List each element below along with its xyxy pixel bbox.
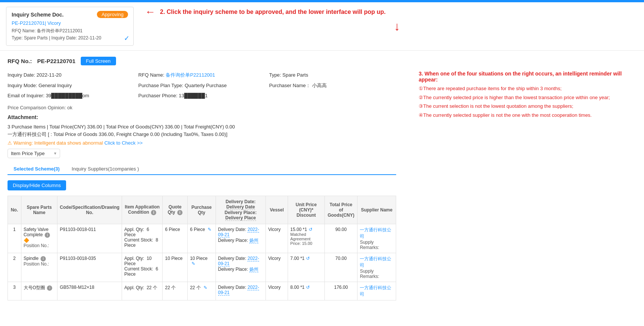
name-info-icon-3: i [47, 285, 52, 291]
arrow-down-icon: ↓ [394, 20, 400, 32]
note-title: 3. When one of the four situations on th… [419, 71, 636, 83]
rfq-no-value: PE-P22120701 [37, 58, 75, 64]
table-row: 2 Spindle i Position No.: P91103-0018-03… [8, 253, 396, 282]
tab-inquiry-suppliers[interactable]: Inquiry Suppliers(1companies ) [66, 163, 145, 174]
rfq-name-field: RFQ Name: 备件询价单P22112001 [138, 71, 265, 79]
refresh-icon-2[interactable]: ↺ [306, 256, 310, 261]
cell-code-3: GB5788-M12×18 [57, 282, 122, 300]
cell-vessel-1: Vicory [266, 224, 288, 253]
refresh-icon-3[interactable]: ↺ [306, 285, 310, 290]
appl-info-icon: i [151, 210, 156, 215]
cell-no-2: 2 [8, 253, 21, 282]
cell-vessel-3: Vicory [266, 282, 288, 300]
cell-unit-2: 7.00 *1 ↺ [288, 253, 325, 282]
approving-badge: Approving [97, 11, 128, 18]
cell-supplier-1: 一方通行科技公司 Supply Remarks: [357, 224, 396, 253]
info-grid: Inquiry Date: 2022-11-20 RFQ Name: 备件询价单… [8, 71, 396, 100]
edit-icon-1[interactable]: ✎ [208, 227, 211, 232]
main-content: RFQ No.: PE-P22120701 Full Screen Inquir… [0, 51, 644, 306]
arrow-left-icon: ← [145, 7, 155, 17]
th-code: Code/Specification/Drawing No. [57, 196, 122, 224]
upper-section: Inquiry Scheme Doc. Approving PE-P221207… [0, 2, 644, 51]
note-item-4: ④The currently selected supplier is not … [419, 111, 636, 119]
note-item-3: ③The current selection is not the lowest… [419, 102, 636, 110]
arrow-row: ← 2. Click the inquiry scheme to be appr… [145, 7, 386, 17]
cell-vessel-2: Vicory [266, 253, 288, 282]
warning-text: Warning: Intelligent data shows abnormal [14, 140, 103, 146]
th-quote-qty: Quote Qty i [163, 196, 187, 224]
cell-quote-qty-3: 22 个 [163, 282, 187, 300]
cell-code-1: P91103-0018-011 [57, 224, 122, 253]
tabs-row: Selected Scheme(3) Inquiry Suppliers(1co… [8, 163, 396, 175]
cell-quote-qty-2: 10 Piece [163, 253, 187, 282]
cell-name-1: Safety Valve Complete i 🔶 Position No.: [21, 224, 57, 253]
cell-delivery-2: Delivery Date: 2022-09-21 Delivery Place… [216, 253, 266, 282]
th-total-price: Total Price of Goods(CNY) [324, 196, 357, 224]
refresh-icon-1[interactable]: ↺ [309, 227, 312, 232]
warning-link[interactable]: Click to Check >> [104, 140, 143, 146]
table-header-row: No. Spare Parts Name Code/Specification/… [8, 196, 396, 224]
inquiry-card-rfq: RFQ Name: 备件询价单P22112001 [12, 27, 128, 35]
th-purchase-qty: Purchase Qty [187, 196, 216, 224]
cell-delivery-1: Delivery Date: 2022-09-21 Delivery Place… [216, 224, 266, 253]
cell-supplier-3: 一方通行科技公司 [357, 282, 396, 300]
cell-no-1: 1 [8, 224, 21, 253]
checkmark-icon: ✓ [124, 34, 130, 42]
cell-unit-3: 8.00 *1 ↺ [288, 282, 325, 300]
purchaser-name: Purchaser Name： 小高高 [269, 81, 396, 90]
note-item-1: ①There are repeated purchase items for t… [419, 84, 636, 93]
cell-total-3: 176.00 [324, 282, 357, 300]
rfq-no-label: RFQ No.: [8, 58, 32, 64]
inquiry-card-header: Inquiry Scheme Doc. Approving [12, 11, 128, 18]
price-comparison: Price Comparison Opinion: ok [8, 105, 396, 110]
cell-delivery-3: Delivery Date: 2022-09-21 [216, 282, 266, 300]
inquiry-card-link[interactable]: PE-P22120701| Vicory [12, 20, 128, 26]
edit-icon-2[interactable]: ✎ [192, 261, 195, 266]
content-row: Inquiry Date: 2022-11-20 RFQ Name: 备件询价单… [8, 71, 636, 300]
item-price-type-select[interactable]: Item Price Type [8, 149, 60, 158]
table-row: 1 Safety Valve Complete i 🔶 Position No.… [8, 224, 396, 253]
cell-no-3: 3 [8, 282, 21, 300]
cell-quote-qty-1: 6 Piece [163, 224, 187, 253]
fullscreen-button[interactable]: Full Screen [81, 57, 116, 65]
inquiry-mode: Inquiry Mode: General Inquiry [8, 81, 134, 90]
position-row-2: Position No.: [24, 261, 55, 267]
cell-name-2: Spindle i Position No.: [21, 253, 57, 282]
cell-appl-3: Appl. Qty: 22 个 [122, 282, 163, 300]
th-unit-price: Unit Price (CNY)*Discount [288, 196, 325, 224]
cell-supplier-2: 一方通行科技公司 Supply Remarks: [357, 253, 396, 282]
email-inquirer: Email of Inquirer: 39█████████om [8, 91, 134, 100]
cell-total-2: 70.00 [324, 253, 357, 282]
purchaser-phone: Purchaser Phone: 13██████1 [138, 91, 265, 100]
th-name: Spare Parts Name [21, 196, 57, 224]
scheme-table: No. Spare Parts Name Code/Specification/… [8, 196, 396, 300]
attachment-section: Attachment: [8, 114, 396, 120]
arrow-down-container: ↓ [145, 20, 627, 32]
table-row: 3 大号O型圈 i GB5788-M12×18 Appl. Qty: 22 个 … [8, 282, 396, 300]
edit-icon-3[interactable]: ✎ [204, 285, 207, 290]
warning-sub-icon-1: 🔶 [24, 238, 29, 243]
note-box: 3. When one of the four situations on th… [404, 71, 636, 119]
inquiry-card-title: Inquiry Scheme Doc. [12, 12, 63, 18]
cell-purchase-qty-2: 10 Piece ✎ [187, 253, 216, 282]
inquiry-date: Inquiry Date: 2022-11-20 [8, 71, 134, 79]
empty-field [269, 91, 396, 100]
tab-selected-scheme[interactable]: Selected Scheme(3) [8, 163, 66, 175]
note-item-2: ②The currently selected price is higher … [419, 93, 636, 102]
cell-purchase-qty-1: 6 Piece ✎ [187, 224, 216, 253]
type-field: Type: Spare Parts [269, 71, 396, 79]
right-panel: 3. When one of the four situations on th… [404, 71, 636, 300]
item-price-select-wrapper[interactable]: Item Price Type [8, 149, 60, 158]
arrow-section: ← 2. Click the inquiry scheme to be appr… [134, 7, 638, 32]
summary-row: 3 Purchase Items | Total Price(CNY) 336.… [8, 124, 396, 130]
name-info-icon-1: i [45, 232, 50, 238]
cell-unit-1: 15.00 *1 ↺ Matched Agreement Price: 15.0… [288, 224, 325, 253]
warning-triangle-icon: ⚠ [8, 140, 12, 146]
cell-purchase-qty-3: 22 个 ✎ [187, 282, 216, 300]
inquiry-card[interactable]: Inquiry Scheme Doc. Approving PE-P221207… [6, 7, 134, 46]
th-supplier: Supplier Name [357, 196, 396, 224]
summary-detail: 一方通行科技公司 [ : Total Price of Goods 336.00… [8, 131, 396, 138]
left-panel: Inquiry Date: 2022-11-20 RFQ Name: 备件询价单… [8, 71, 396, 300]
display-hide-columns-button[interactable]: Display/Hide Columns [8, 180, 66, 190]
th-appl: Item Application Condition i [122, 196, 163, 224]
